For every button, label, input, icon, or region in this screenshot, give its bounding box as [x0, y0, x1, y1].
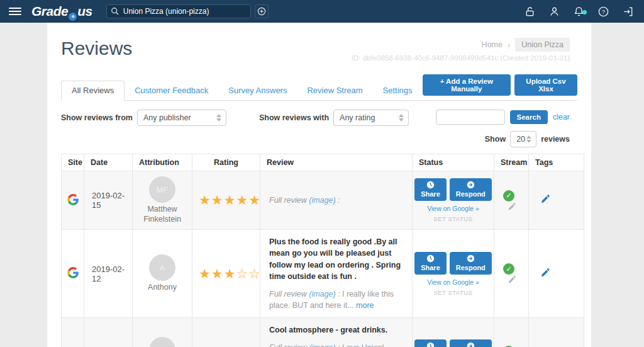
- topbar-icons: ?: [524, 6, 634, 18]
- stream-approved-icon[interactable]: ✓: [503, 190, 514, 202]
- tab-customer-feedback[interactable]: Customer Feedback: [125, 81, 218, 100]
- set-status-link[interactable]: SET STATUS: [416, 215, 490, 222]
- breadcrumb-current: Union Pizza: [515, 38, 570, 52]
- view-on-google-link[interactable]: View on Google »: [416, 278, 490, 286]
- page-header: Reviews Home › Union Pizza ID: dbfe0858-…: [61, 23, 577, 81]
- rating-filter-label: Show reviews with: [259, 113, 329, 122]
- breadcrumb: Home › Union Pizza: [482, 38, 570, 52]
- add-account-button[interactable]: [255, 4, 269, 18]
- review-cell: Plus the food is really good .By all mea…: [260, 230, 413, 318]
- tab-survey-answers[interactable]: Survey Answers: [218, 81, 297, 100]
- grade-us-logo[interactable]: Grade★us: [31, 4, 92, 19]
- review-cell: Full review (image) :: [260, 171, 413, 230]
- search-controls: Search clear: [436, 110, 570, 125]
- more-link[interactable]: more: [356, 301, 374, 310]
- image-link[interactable]: (image): [309, 343, 335, 347]
- show-count-row: Show 20 reviews: [61, 131, 577, 147]
- col-rating: Rating: [192, 154, 260, 171]
- share-label: Share: [421, 190, 440, 198]
- help-icon[interactable]: ?: [597, 6, 609, 18]
- review-row: ✱ 2019-02-12 NL Nica L. ★★★★★ Cool atmos…: [62, 318, 584, 347]
- site-cell: ✱: [62, 318, 84, 347]
- tab-bar: All Reviews Customer Feedback Survey Ans…: [61, 81, 577, 101]
- share-button[interactable]: Share: [414, 252, 447, 275]
- status-cell: Share Respond View on Google » SET STATU…: [413, 171, 494, 230]
- search-button[interactable]: Search: [510, 110, 548, 124]
- share-button[interactable]: Share: [414, 339, 447, 347]
- respond-label: Respond: [456, 264, 486, 271]
- google-icon: [67, 198, 79, 207]
- share-label: Share: [421, 264, 440, 271]
- show-count-select[interactable]: 20: [510, 131, 536, 147]
- image-link[interactable]: (image): [309, 196, 335, 205]
- show-label: Show: [485, 135, 506, 144]
- logo-text-left: Grade: [31, 4, 68, 19]
- tags-edit-pencil-icon[interactable]: [540, 195, 550, 204]
- reviewer-name: Anthony: [135, 283, 189, 293]
- set-status-link[interactable]: SET STATUS: [416, 289, 490, 296]
- col-site: Site: [62, 154, 84, 171]
- account-id-line: ID: dbfe0858-6938-40c6-9487-9998499d541c…: [352, 54, 570, 62]
- publisher-select-value: Any publisher: [143, 113, 191, 122]
- col-review: Review: [260, 154, 413, 171]
- stream-approved-icon[interactable]: ✓: [503, 263, 514, 275]
- full-review-label: Full review: [269, 196, 307, 205]
- status-cell: Share Respond SET STATUS: [413, 318, 494, 347]
- table-header-row: Site Date Attribution Rating Review Stat…: [62, 154, 584, 171]
- star-rating: ★★★☆☆: [192, 230, 260, 318]
- tags-cell: [529, 230, 584, 318]
- col-stream: Stream: [494, 154, 529, 171]
- stream-edit-pencil-icon[interactable]: [508, 276, 516, 284]
- review-search-input[interactable]: [436, 110, 505, 125]
- upload-csv-button[interactable]: Upload Csv Xlsx: [514, 74, 577, 96]
- tags-edit-pencil-icon[interactable]: [540, 268, 550, 278]
- review-date: 2019-02-12: [84, 230, 133, 318]
- topbar-search: [106, 4, 251, 18]
- clock-icon: [426, 254, 435, 263]
- avatar: NL: [149, 337, 175, 347]
- tab-settings[interactable]: Settings: [373, 81, 423, 100]
- reviews-label: reviews: [541, 135, 570, 144]
- notifications-bell-icon[interactable]: [573, 6, 585, 18]
- account-search-input[interactable]: [106, 4, 251, 18]
- col-tags: Tags: [529, 154, 584, 171]
- clear-search-link[interactable]: clear: [553, 113, 570, 122]
- add-review-manually-button[interactable]: + Add a Review Manually: [423, 74, 511, 96]
- full-review-label: Full review: [269, 290, 307, 299]
- tab-review-stream[interactable]: Review Stream: [297, 81, 372, 100]
- avatar: A: [149, 254, 175, 281]
- respond-button[interactable]: Respond: [450, 339, 492, 347]
- tags-cell: [529, 171, 584, 230]
- top-bar: Grade★us ?: [0, 0, 644, 23]
- review-date: 2019-02-12: [84, 318, 133, 347]
- avatar: MF: [149, 176, 175, 203]
- star-rating: ★★★★★: [192, 318, 260, 347]
- review-date: 2019-02-15: [84, 171, 133, 230]
- tab-all-reviews[interactable]: All Reviews: [61, 81, 125, 101]
- status-cell: Share Respond View on Google » SET STATU…: [413, 230, 494, 318]
- arrow-right-icon: [467, 181, 475, 189]
- rating-select[interactable]: Any rating: [333, 110, 409, 126]
- colon: :: [338, 290, 340, 299]
- respond-label: Respond: [456, 190, 486, 198]
- attribution-cell: NL Nica L.: [133, 318, 192, 347]
- publisher-select[interactable]: Any publisher: [137, 110, 226, 126]
- user-icon[interactable]: [548, 6, 560, 18]
- image-link[interactable]: (image): [309, 290, 335, 299]
- respond-button[interactable]: Respond: [450, 178, 492, 201]
- content-card: Reviews Home › Union Pizza ID: dbfe0858-…: [47, 23, 591, 347]
- logout-icon[interactable]: [622, 6, 634, 18]
- view-on-google-link[interactable]: View on Google »: [416, 205, 490, 212]
- col-date: Date: [84, 154, 133, 171]
- notification-badge: [582, 10, 587, 14]
- stream-edit-pencil-icon[interactable]: [508, 203, 516, 211]
- review-cell: Cool atmosphere - great drinks. Full rev…: [260, 318, 413, 347]
- respond-button[interactable]: Respond: [450, 252, 492, 275]
- rating-select-value: Any rating: [340, 113, 375, 122]
- arrow-right-icon: [467, 342, 475, 347]
- hamburger-menu-icon[interactable]: [9, 6, 21, 17]
- unlock-icon[interactable]: [524, 6, 536, 18]
- breadcrumb-home-link[interactable]: Home: [482, 40, 502, 49]
- stream-cell: ✓: [494, 171, 529, 230]
- share-button[interactable]: Share: [414, 178, 447, 201]
